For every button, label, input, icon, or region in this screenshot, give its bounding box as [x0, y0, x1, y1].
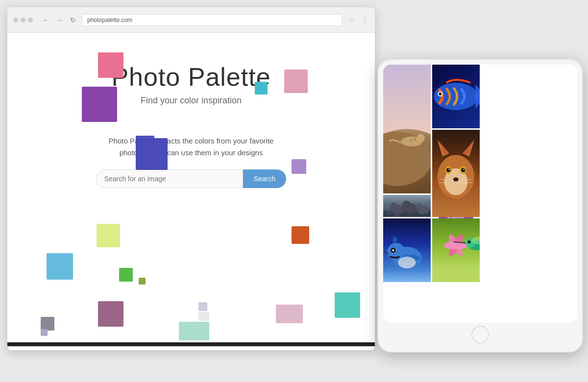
svg-point-10	[439, 93, 441, 96]
deco-square-yellow	[97, 224, 120, 247]
search-bar: Search	[7, 169, 375, 188]
photo-bird[interactable]	[383, 218, 431, 282]
browser-chrome: ← → ↻ ☆ ⋮	[7, 7, 375, 33]
svg-rect-38	[410, 212, 412, 216]
search-button[interactable]: Search	[243, 169, 286, 188]
photo-fox[interactable]	[432, 130, 480, 217]
description-line1: Photo Palette extracts the colors from y…	[109, 137, 274, 145]
deco-square-white-sm	[198, 302, 207, 311]
tablet-screen: Photo by Sunyu on Unsplash Generate Colo…	[383, 65, 577, 322]
photo-hummingbird[interactable]	[432, 218, 480, 282]
deco-square-purple	[82, 87, 117, 122]
svg-point-46	[392, 249, 394, 251]
svg-point-32	[391, 202, 398, 210]
address-bar[interactable]	[82, 14, 342, 26]
deco-square-gray	[41, 317, 54, 331]
dot-yellow	[21, 18, 25, 23]
site-description: Photo Palette extracts the colors from y…	[7, 135, 375, 159]
svg-rect-34	[397, 213, 399, 217]
site-title: Photo Palette	[7, 62, 375, 92]
photo-leopard[interactable]	[383, 65, 431, 193]
deco-square-green-small	[139, 278, 146, 285]
svg-point-40	[416, 203, 423, 210]
deco-square-teal-top	[255, 82, 268, 95]
svg-point-22	[448, 168, 450, 170]
deco-square-light-blue	[47, 253, 73, 280]
dot-green	[28, 18, 33, 23]
tablet-device: Photo by Sunyu on Unsplash Generate Colo…	[377, 59, 583, 353]
deco-square-blue-large	[136, 138, 168, 170]
back-button[interactable]: ←	[41, 15, 51, 25]
browser-dots	[13, 18, 33, 23]
deco-square-light-sm	[198, 312, 209, 321]
svg-point-5	[410, 140, 412, 142]
search-input[interactable]	[96, 169, 243, 188]
dot-red	[13, 18, 18, 23]
deco-square-orange	[292, 226, 309, 244]
deco-square-purple-right	[292, 159, 306, 174]
site-subtitle: Find your color inspiration	[7, 96, 375, 106]
photo-grid: Photo by Sunyu on Unsplash Generate Colo…	[383, 65, 480, 291]
svg-point-54	[467, 240, 470, 243]
svg-point-6	[414, 139, 416, 141]
menu-icon[interactable]: ⋮	[361, 15, 369, 24]
deco-square-teal-bottom	[179, 322, 209, 340]
photo-elephants[interactable]	[383, 195, 431, 217]
deco-square-lavender-small	[41, 329, 48, 336]
svg-point-21	[461, 168, 465, 172]
svg-point-24	[453, 177, 459, 181]
svg-point-23	[463, 168, 465, 170]
deco-square-pink-center	[284, 70, 308, 93]
svg-rect-37	[407, 212, 409, 216]
deco-square-mauve	[98, 301, 123, 327]
svg-point-20	[446, 168, 450, 172]
svg-point-4	[417, 134, 425, 142]
bottom-bar	[7, 342, 375, 346]
bookmark-icon[interactable]: ☆	[349, 16, 355, 24]
website-content: Photo Palette Find your color inspiratio…	[7, 33, 375, 346]
deco-square-teal-right	[335, 292, 360, 318]
deco-square-pink-top	[98, 52, 123, 78]
deco-square-pink-bottom	[276, 305, 303, 323]
forward-button[interactable]: →	[54, 15, 65, 25]
svg-point-44	[398, 257, 416, 268]
tablet-home-button[interactable]	[471, 326, 489, 343]
svg-rect-33	[394, 213, 396, 217]
browser-window: ← → ↻ ☆ ⋮ Photo Palette Find your col	[7, 7, 375, 350]
svg-point-36	[402, 201, 410, 209]
photo-fish[interactable]	[432, 65, 480, 128]
refresh-button[interactable]: ↻	[68, 15, 78, 25]
deco-square-green	[119, 268, 133, 282]
browser-nav: ← → ↻	[41, 15, 78, 25]
